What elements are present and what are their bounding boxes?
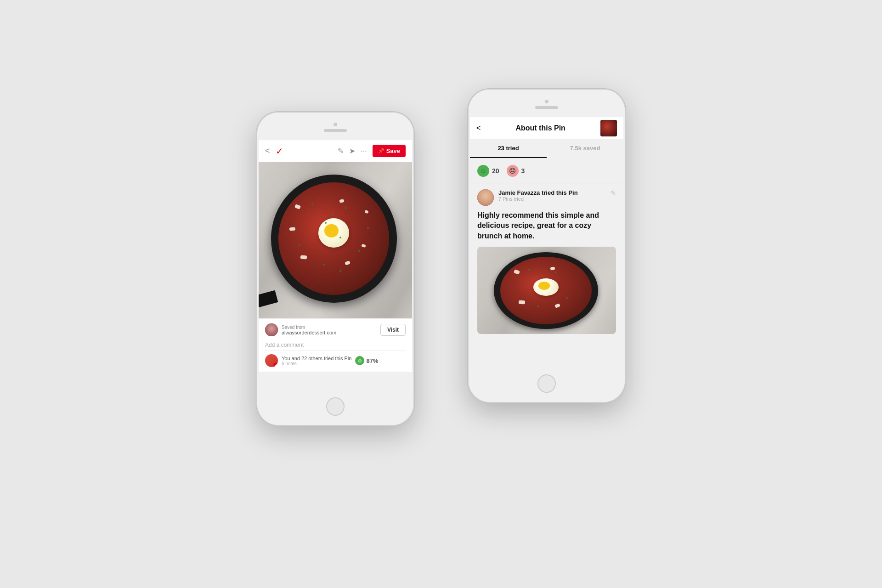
phone-bottom-bar-right [469, 365, 625, 402]
page-title: About this Pin [481, 124, 600, 132]
phones-container: < ✓ ✎ ➤ ··· 📌 Save [234, 76, 648, 512]
speaker-left [324, 129, 347, 132]
negative-reaction: ☹ 3 [507, 165, 525, 177]
right-screen: < About this Pin 23 tried 7.5k saved [470, 117, 623, 365]
left-screen: < ✓ ✎ ➤ ··· 📌 Save [259, 140, 412, 388]
positive-count: 20 [492, 167, 499, 175]
right-phone: < About this Pin 23 tried 7.5k saved [469, 90, 625, 402]
sad-face-red: ☹ [507, 165, 519, 177]
save-button[interactable]: 📌 Save [373, 145, 406, 157]
phone-top-bar-left [257, 113, 413, 140]
review-text: Highly recommend this simple and delicio… [477, 210, 616, 241]
left-phone: < ✓ ✎ ➤ ··· 📌 Save [257, 113, 413, 425]
phone-top-bar-right [469, 90, 625, 117]
speaker-right [535, 106, 558, 109]
tab-tried[interactable]: 23 tried [470, 139, 547, 158]
tried-percentage: ☺ 87% [355, 356, 378, 365]
tab-saved[interactable]: 7.5k saved [547, 139, 623, 158]
pin-thumbnail[interactable] [600, 120, 617, 136]
tried-avatar [265, 354, 278, 367]
happy-face-green: ☺ [477, 165, 489, 177]
reviewer-name: Jamie Favazza tried this Pin [498, 189, 606, 196]
check-icon[interactable]: ✓ [276, 146, 283, 157]
reviewer-sub: 7 Pins tried [498, 196, 606, 202]
send-icon[interactable]: ➤ [349, 147, 355, 155]
edit-review-icon[interactable]: ✎ [611, 189, 616, 197]
back-icon-right[interactable]: < [476, 124, 481, 132]
back-icon[interactable]: < [265, 146, 270, 156]
food-image-left [259, 162, 412, 318]
saved-from-row: Saved from alwaysorderdessert.com Visit [265, 323, 406, 336]
reviewer-info: Jamie Favazza tried this Pin 7 Pins trie… [498, 189, 606, 202]
left-nav: < ✓ ✎ ➤ ··· 📌 Save [259, 140, 412, 162]
right-nav: < About this Pin [470, 117, 623, 139]
positive-reaction: ☺ 20 [477, 165, 499, 177]
edit-icon[interactable]: ✎ [338, 147, 344, 155]
food-image-right [477, 247, 616, 334]
pin-icon: 📌 [378, 148, 384, 154]
dots-icon[interactable]: ··· [361, 147, 367, 155]
source-avatar [265, 323, 278, 336]
tried-sub: 6 notes [282, 361, 351, 366]
save-label: Save [386, 147, 400, 154]
tried-row: You and 22 others tried this Pin 6 notes… [265, 354, 406, 367]
home-button-left[interactable] [326, 397, 345, 416]
tabs-row: 23 tried 7.5k saved [470, 139, 623, 158]
camera-right [545, 100, 548, 103]
saved-from-url[interactable]: alwaysorderdessert.com [282, 330, 336, 335]
phone-bottom-bar-left [257, 388, 413, 425]
reviewer-row: Jamie Favazza tried this Pin 7 Pins trie… [477, 189, 616, 206]
left-bottom-bar: Saved from alwaysorderdessert.com Visit … [259, 318, 412, 372]
reactions-row: ☺ 20 ☹ 3 [470, 158, 623, 184]
review-section: Jamie Favazza tried this Pin 7 Pins trie… [470, 184, 623, 339]
camera-left [334, 123, 337, 126]
add-comment-placeholder[interactable]: Add a comment [265, 340, 406, 351]
home-button-right[interactable] [537, 374, 556, 393]
saved-from-label: Saved from [282, 325, 336, 330]
negative-count: 3 [521, 167, 525, 175]
happy-face-icon: ☺ [355, 356, 364, 365]
reviewer-avatar [477, 189, 494, 206]
visit-button[interactable]: Visit [380, 324, 406, 336]
tried-text: You and 22 others tried this Pin [282, 356, 351, 361]
